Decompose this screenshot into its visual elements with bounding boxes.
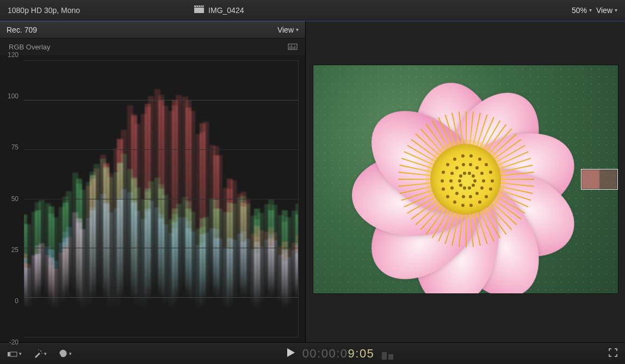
svg-point-15 [38, 349, 39, 350]
zoom-value: 50% [572, 6, 587, 15]
scope-header: Rec. 709 View ▾ [0, 21, 305, 39]
y-tick-label: 120 [3, 51, 18, 59]
top-bar: 1080p HD 30p, Mono IMG_0424 50% ▾ View ▾ [0, 0, 625, 21]
chevron-down-icon: ▾ [615, 7, 617, 13]
svg-rect-11 [8, 352, 10, 356]
chevron-down-icon: ▾ [44, 351, 47, 356]
effects-enhance-button[interactable]: ▾ [34, 349, 47, 358]
video-frame [313, 65, 618, 293]
timecode-dim: 00:00:0 [302, 347, 348, 360]
audio-meter [382, 348, 393, 360]
timecode-display[interactable]: 00:00:09:05 [302, 347, 375, 361]
svg-marker-17 [287, 348, 295, 357]
viewer-canvas[interactable] [306, 37, 625, 321]
color-space-label: Rec. 709 [7, 26, 37, 34]
scope-view-label: View [277, 26, 294, 34]
svg-rect-6 [288, 44, 297, 49]
scope-settings-icon[interactable] [288, 42, 298, 52]
viewer-pane [306, 21, 625, 342]
clip-name: IMG_0424 [208, 6, 244, 15]
audio-bar [388, 354, 393, 360]
chevron-down-icon: ▾ [19, 351, 22, 356]
svg-point-16 [41, 353, 42, 354]
play-button[interactable] [287, 348, 295, 359]
color-sample-chip[interactable] [581, 169, 618, 190]
retime-button[interactable]: ▾ [59, 349, 72, 358]
fullscreen-button[interactable] [609, 348, 617, 359]
y-tick-label: 25 [3, 246, 18, 254]
timecode-active: 9:05 [348, 347, 375, 360]
y-tick-label: 0 [3, 297, 18, 305]
scope-canvas: -200255075100120 [0, 55, 305, 342]
svg-marker-13 [35, 353, 40, 358]
chevron-down-icon: ▾ [589, 7, 592, 13]
svg-point-14 [40, 350, 41, 352]
scope-view-dropdown[interactable]: View ▾ [277, 26, 299, 34]
format-label: 1080p HD 30p, Mono [8, 6, 80, 15]
bottom-bar: ▾ ▾ ▾ 00:00:09:05 [0, 342, 625, 364]
view-label-top: View [596, 6, 612, 15]
chevron-down-icon: ▾ [69, 351, 72, 356]
zoom-dropdown[interactable]: 50% ▾ [572, 6, 592, 15]
svg-rect-0 [194, 8, 204, 13]
scope-mode-label: RGB Overlay [9, 43, 51, 51]
clapper-icon [194, 5, 204, 15]
clip-appearance-button[interactable]: ▾ [8, 350, 22, 357]
y-tick-label: 100 [3, 92, 18, 100]
svg-rect-12 [10, 352, 17, 356]
scope-pane: Rec. 709 View ▾ RGB Overlay -20025507510… [0, 21, 306, 342]
y-tick-label: -20 [3, 338, 18, 346]
y-tick-label: 75 [3, 143, 18, 151]
y-tick-label: 50 [3, 195, 18, 203]
audio-bar [382, 352, 387, 360]
chevron-down-icon: ▾ [296, 27, 299, 33]
view-dropdown-top[interactable]: View ▾ [596, 6, 617, 15]
